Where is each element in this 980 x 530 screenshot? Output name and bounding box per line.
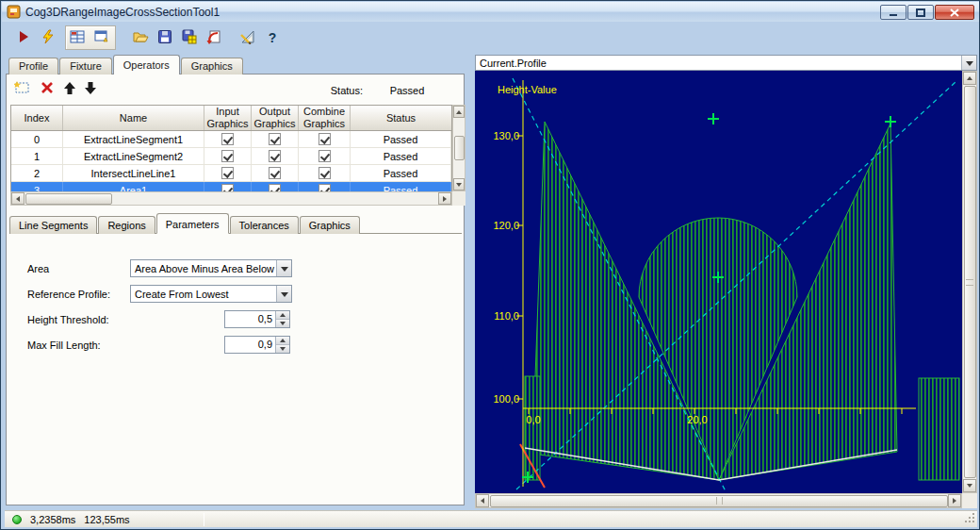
open-file-button[interactable] <box>129 26 152 49</box>
new-window-icon <box>94 29 109 46</box>
scroll-down-button[interactable] <box>453 178 465 190</box>
tab-parameters[interactable]: Parameters <box>156 213 229 234</box>
checkbox-input-graphics[interactable] <box>221 150 234 162</box>
resize-grip-icon[interactable] <box>964 512 975 525</box>
checkbox-combine-graphics[interactable] <box>318 167 331 179</box>
spin-down-button[interactable] <box>276 345 289 353</box>
play-icon <box>16 29 31 46</box>
display-horizontal-scrollbar[interactable] <box>475 493 962 508</box>
table-row[interactable]: 2 IntersectLineLine1 Passed <box>11 165 451 182</box>
scroll-right-button[interactable] <box>948 494 961 507</box>
table-row[interactable]: 0 ExtractLineSegment1 Passed <box>11 131 451 148</box>
help-button[interactable]: ? <box>261 26 284 49</box>
statusbar-divider <box>204 513 204 526</box>
measure-button[interactable] <box>237 26 259 49</box>
tab-fixture[interactable]: Fixture <box>59 58 112 75</box>
height-threshold-value[interactable]: 0,5 <box>225 311 275 327</box>
scrollbar-corner <box>452 191 466 206</box>
delete-x-icon <box>41 81 54 96</box>
column-header-status[interactable]: Status <box>351 106 451 130</box>
checkbox-input-graphics[interactable] <box>221 184 234 191</box>
table-row[interactable]: 1 ExtractLineSegment2 Passed <box>11 148 451 165</box>
scrollbar-thumb[interactable] <box>964 86 976 478</box>
scroll-right-button[interactable] <box>438 192 451 205</box>
checkbox-combine-graphics[interactable] <box>318 184 331 191</box>
maximize-button[interactable] <box>907 5 934 20</box>
new-item-icon <box>14 80 31 97</box>
scrollbar-thumb[interactable] <box>25 193 112 205</box>
move-down-button[interactable] <box>80 78 101 99</box>
close-button[interactable] <box>935 5 974 20</box>
tab-profile[interactable]: Profile <box>8 58 58 75</box>
triangle-down-icon <box>967 484 972 490</box>
dropdown-button[interactable] <box>276 286 291 302</box>
tab-regions[interactable]: Regions <box>98 216 155 234</box>
area-select[interactable]: Area Above Minus Area Below <box>130 259 292 277</box>
add-operator-button[interactable] <box>12 78 33 99</box>
scroll-up-button[interactable] <box>963 72 976 85</box>
lightning-icon <box>41 29 56 46</box>
scroll-left-button[interactable] <box>476 494 489 507</box>
scroll-up-button[interactable] <box>453 106 465 118</box>
column-header-input-graphics[interactable]: Input Graphics <box>204 106 252 130</box>
column-header-combine-graphics[interactable]: Combine Graphics <box>299 106 351 130</box>
column-header-output-graphics[interactable]: Output Graphics <box>252 106 299 130</box>
checkbox-output-graphics[interactable] <box>269 150 281 162</box>
checkbox-input-graphics[interactable] <box>221 167 234 179</box>
scroll-left-button[interactable] <box>11 192 24 205</box>
checkbox-combine-graphics[interactable] <box>318 150 331 162</box>
triangle-left-icon <box>478 498 484 504</box>
tab-graphics-sub[interactable]: Graphics <box>300 216 360 234</box>
title-bar[interactable]: Cog3DRangeImageCrossSectionTool1 <box>2 2 979 22</box>
triangle-left-icon <box>13 196 20 202</box>
tab-operators[interactable]: Operators <box>113 55 180 75</box>
delete-operator-button[interactable] <box>37 78 57 99</box>
tab-tolerances[interactable]: Tolerances <box>230 216 299 234</box>
y-tick-label: 110,0 <box>494 310 519 322</box>
tab-line-segments[interactable]: Line Segments <box>9 216 97 234</box>
display-source-select[interactable]: Current.Profile <box>475 55 977 71</box>
operators-grid: Index Name Input Graphics Output Graphic… <box>10 105 452 191</box>
max-fill-length-input[interactable]: 0,9 <box>224 336 290 354</box>
run-button[interactable] <box>12 26 35 49</box>
scrollbar-thumb[interactable] <box>490 495 948 507</box>
display-vertical-scrollbar[interactable] <box>962 71 977 493</box>
scroll-down-button[interactable] <box>963 479 976 492</box>
cell-index: 3 <box>11 182 63 191</box>
window-controls <box>879 5 974 20</box>
dropdown-button[interactable] <box>276 260 291 276</box>
tab-graphics[interactable]: Graphics <box>181 58 243 75</box>
grid-horizontal-scrollbar[interactable] <box>10 191 452 206</box>
profile-display[interactable]: Height-Value 130,0 120,0 110,0 100,0 0,0… <box>475 71 962 493</box>
max-fill-length-value[interactable]: 0,9 <box>225 337 275 353</box>
table-row-selected[interactable]: 3 Area1 Passed <box>11 182 451 191</box>
grid-body: 0 ExtractLineSegment1 Passed 1 ExtractLi… <box>10 131 452 191</box>
import-button[interactable] <box>203 26 225 49</box>
reference-profile-select[interactable]: Create From Lowest <box>130 285 292 303</box>
trigger-button[interactable] <box>37 26 59 49</box>
spin-up-button[interactable] <box>276 337 289 345</box>
checkbox-combine-graphics[interactable] <box>318 133 331 145</box>
minimize-button[interactable] <box>880 5 906 20</box>
height-threshold-input[interactable]: 0,5 <box>224 310 290 328</box>
reference-profile-value: Create From Lowest <box>131 289 276 300</box>
spin-down-button[interactable] <box>276 320 289 327</box>
profile-plot[interactable]: Height-Value 130,0 120,0 110,0 100,0 0,0… <box>475 71 962 493</box>
float-window-button[interactable] <box>90 26 113 49</box>
checkbox-output-graphics[interactable] <box>269 133 281 145</box>
grid-vertical-scrollbar[interactable] <box>452 105 466 191</box>
scrollbar-thumb[interactable] <box>454 136 465 160</box>
checkbox-input-graphics[interactable] <box>221 133 234 145</box>
image-display-button[interactable] <box>66 26 89 49</box>
checkbox-output-graphics[interactable] <box>269 167 281 179</box>
column-header-index[interactable]: Index <box>11 106 63 130</box>
checkbox-output-graphics[interactable] <box>269 184 281 191</box>
dropdown-button[interactable] <box>961 56 976 70</box>
column-header-name[interactable]: Name <box>63 106 204 130</box>
save-results-button[interactable] <box>178 26 201 49</box>
chevron-down-icon <box>966 61 973 70</box>
save-button[interactable] <box>154 26 176 49</box>
height-threshold-label: Height Threshold: <box>27 314 109 325</box>
move-up-button[interactable] <box>59 78 80 99</box>
spin-up-button[interactable] <box>276 311 289 320</box>
